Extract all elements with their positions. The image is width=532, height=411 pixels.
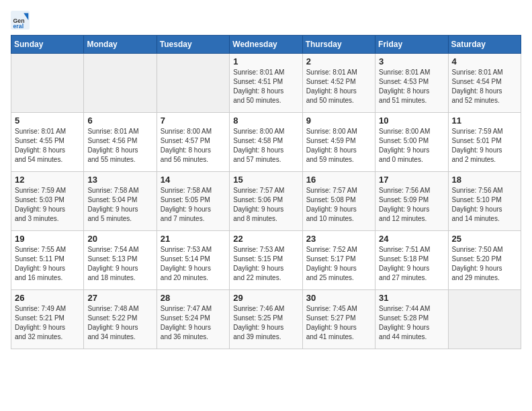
weekday-header-friday: Friday — [375, 36, 448, 54]
calendar-cell — [448, 290, 521, 349]
calendar-cell: 29Sunrise: 7:46 AM Sunset: 5:25 PM Dayli… — [230, 290, 302, 349]
calendar-cell: 9Sunrise: 8:00 AM Sunset: 4:59 PM Daylig… — [302, 113, 375, 172]
day-number: 7 — [161, 116, 226, 126]
calendar-cell — [157, 54, 229, 113]
day-info: Sunrise: 8:01 AM Sunset: 4:51 PM Dayligh… — [233, 68, 298, 105]
day-number: 15 — [233, 175, 298, 185]
day-number: 29 — [233, 293, 298, 303]
weekday-header-tuesday: Tuesday — [157, 36, 229, 54]
day-info: Sunrise: 7:58 AM Sunset: 5:05 PM Dayligh… — [161, 186, 226, 224]
day-info: Sunrise: 7:49 AM Sunset: 5:21 PM Dayligh… — [15, 304, 80, 342]
calendar-cell: 23Sunrise: 7:52 AM Sunset: 5:17 PM Dayli… — [302, 231, 375, 290]
day-number: 6 — [87, 116, 152, 126]
day-number: 28 — [161, 293, 226, 303]
day-number: 17 — [379, 175, 444, 185]
day-info: Sunrise: 7:46 AM Sunset: 5:25 PM Dayligh… — [233, 304, 298, 342]
calendar-week-4: 19Sunrise: 7:55 AM Sunset: 5:11 PM Dayli… — [11, 231, 521, 290]
weekday-header-sunday: Sunday — [11, 36, 84, 54]
day-info: Sunrise: 7:56 AM Sunset: 5:09 PM Dayligh… — [379, 186, 444, 224]
calendar-cell: 12Sunrise: 7:59 AM Sunset: 5:03 PM Dayli… — [11, 172, 84, 231]
day-number: 25 — [452, 234, 517, 244]
calendar-week-3: 12Sunrise: 7:59 AM Sunset: 5:03 PM Dayli… — [11, 172, 521, 231]
calendar-cell: 17Sunrise: 7:56 AM Sunset: 5:09 PM Dayli… — [375, 172, 448, 231]
day-number: 26 — [15, 293, 80, 303]
day-info: Sunrise: 8:01 AM Sunset: 4:53 PM Dayligh… — [379, 68, 444, 105]
day-number: 2 — [306, 56, 371, 66]
day-info: Sunrise: 8:00 AM Sunset: 4:57 PM Dayligh… — [161, 127, 226, 165]
logo: Gen eral — [11, 11, 32, 30]
calendar-cell: 16Sunrise: 7:57 AM Sunset: 5:08 PM Dayli… — [302, 172, 375, 231]
day-info: Sunrise: 7:47 AM Sunset: 5:24 PM Dayligh… — [161, 304, 226, 342]
calendar-week-2: 5Sunrise: 8:01 AM Sunset: 4:55 PM Daylig… — [11, 113, 521, 172]
day-number: 14 — [161, 175, 226, 185]
day-info: Sunrise: 7:58 AM Sunset: 5:04 PM Dayligh… — [87, 186, 152, 224]
day-info: Sunrise: 7:57 AM Sunset: 5:08 PM Dayligh… — [306, 186, 371, 224]
day-number: 10 — [379, 116, 444, 126]
calendar-cell: 6Sunrise: 8:01 AM Sunset: 4:56 PM Daylig… — [84, 113, 157, 172]
calendar-cell: 1Sunrise: 8:01 AM Sunset: 4:51 PM Daylig… — [230, 54, 302, 113]
day-number: 24 — [379, 234, 444, 244]
calendar-cell: 27Sunrise: 7:48 AM Sunset: 5:22 PM Dayli… — [84, 290, 157, 349]
calendar-cell: 4Sunrise: 8:01 AM Sunset: 4:54 PM Daylig… — [448, 54, 521, 113]
day-info: Sunrise: 8:01 AM Sunset: 4:52 PM Dayligh… — [306, 68, 371, 105]
calendar-cell: 24Sunrise: 7:51 AM Sunset: 5:18 PM Dayli… — [375, 231, 448, 290]
calendar-cell: 11Sunrise: 7:59 AM Sunset: 5:01 PM Dayli… — [448, 113, 521, 172]
day-number: 30 — [306, 293, 371, 303]
day-info: Sunrise: 8:01 AM Sunset: 4:54 PM Dayligh… — [452, 68, 517, 105]
day-number: 18 — [452, 175, 517, 185]
calendar-cell: 22Sunrise: 7:53 AM Sunset: 5:15 PM Dayli… — [230, 231, 302, 290]
day-info: Sunrise: 8:00 AM Sunset: 4:59 PM Dayligh… — [306, 127, 371, 165]
weekday-header-wednesday: Wednesday — [230, 36, 302, 54]
calendar-cell: 26Sunrise: 7:49 AM Sunset: 5:21 PM Dayli… — [11, 290, 84, 349]
day-info: Sunrise: 7:57 AM Sunset: 5:06 PM Dayligh… — [233, 186, 298, 224]
day-info: Sunrise: 7:51 AM Sunset: 5:18 PM Dayligh… — [379, 245, 444, 283]
day-info: Sunrise: 7:56 AM Sunset: 5:10 PM Dayligh… — [452, 186, 517, 224]
calendar-cell: 18Sunrise: 7:56 AM Sunset: 5:10 PM Dayli… — [448, 172, 521, 231]
day-number: 27 — [87, 293, 152, 303]
day-number: 9 — [306, 116, 371, 126]
calendar-cell: 3Sunrise: 8:01 AM Sunset: 4:53 PM Daylig… — [375, 54, 448, 113]
day-number: 31 — [379, 293, 444, 303]
day-number: 11 — [452, 116, 517, 126]
calendar-cell: 19Sunrise: 7:55 AM Sunset: 5:11 PM Dayli… — [11, 231, 84, 290]
calendar-cell — [84, 54, 157, 113]
calendar-cell: 2Sunrise: 8:01 AM Sunset: 4:52 PM Daylig… — [302, 54, 375, 113]
day-number: 22 — [233, 234, 298, 244]
day-info: Sunrise: 7:44 AM Sunset: 5:28 PM Dayligh… — [379, 304, 444, 342]
day-info: Sunrise: 7:59 AM Sunset: 5:03 PM Dayligh… — [15, 186, 80, 224]
calendar-cell: 21Sunrise: 7:53 AM Sunset: 5:14 PM Dayli… — [157, 231, 229, 290]
day-number: 19 — [15, 234, 80, 244]
calendar-cell: 7Sunrise: 8:00 AM Sunset: 4:57 PM Daylig… — [157, 113, 229, 172]
calendar-cell: 14Sunrise: 7:58 AM Sunset: 5:05 PM Dayli… — [157, 172, 229, 231]
calendar-cell: 10Sunrise: 8:00 AM Sunset: 5:00 PM Dayli… — [375, 113, 448, 172]
day-info: Sunrise: 8:00 AM Sunset: 4:58 PM Dayligh… — [233, 127, 298, 165]
weekday-header-monday: Monday — [84, 36, 157, 54]
day-number: 8 — [233, 116, 298, 126]
day-info: Sunrise: 7:55 AM Sunset: 5:11 PM Dayligh… — [15, 245, 80, 283]
calendar-cell: 31Sunrise: 7:44 AM Sunset: 5:28 PM Dayli… — [375, 290, 448, 349]
calendar-cell — [11, 54, 84, 113]
day-number: 16 — [306, 175, 371, 185]
day-info: Sunrise: 7:45 AM Sunset: 5:27 PM Dayligh… — [306, 304, 371, 342]
day-number: 4 — [452, 56, 517, 66]
calendar-table: SundayMondayTuesdayWednesdayThursdayFrid… — [11, 35, 521, 349]
calendar-week-1: 1Sunrise: 8:01 AM Sunset: 4:51 PM Daylig… — [11, 54, 521, 113]
day-info: Sunrise: 8:00 AM Sunset: 5:00 PM Dayligh… — [379, 127, 444, 165]
svg-text:eral: eral — [13, 23, 24, 30]
day-number: 23 — [306, 234, 371, 244]
day-info: Sunrise: 8:01 AM Sunset: 4:55 PM Dayligh… — [15, 127, 80, 165]
calendar-cell: 30Sunrise: 7:45 AM Sunset: 5:27 PM Dayli… — [302, 290, 375, 349]
calendar-cell: 13Sunrise: 7:58 AM Sunset: 5:04 PM Dayli… — [84, 172, 157, 231]
calendar-week-5: 26Sunrise: 7:49 AM Sunset: 5:21 PM Dayli… — [11, 290, 521, 349]
day-number: 13 — [87, 175, 152, 185]
day-number: 1 — [233, 56, 298, 66]
day-info: Sunrise: 8:01 AM Sunset: 4:56 PM Dayligh… — [87, 127, 152, 165]
day-info: Sunrise: 7:48 AM Sunset: 5:22 PM Dayligh… — [87, 304, 152, 342]
day-info: Sunrise: 7:52 AM Sunset: 5:17 PM Dayligh… — [306, 245, 371, 283]
day-info: Sunrise: 7:50 AM Sunset: 5:20 PM Dayligh… — [452, 245, 517, 283]
day-number: 5 — [15, 116, 80, 126]
calendar-cell: 5Sunrise: 8:01 AM Sunset: 4:55 PM Daylig… — [11, 113, 84, 172]
calendar-cell: 28Sunrise: 7:47 AM Sunset: 5:24 PM Dayli… — [157, 290, 229, 349]
day-info: Sunrise: 7:53 AM Sunset: 5:15 PM Dayligh… — [233, 245, 298, 283]
calendar-cell: 20Sunrise: 7:54 AM Sunset: 5:13 PM Dayli… — [84, 231, 157, 290]
